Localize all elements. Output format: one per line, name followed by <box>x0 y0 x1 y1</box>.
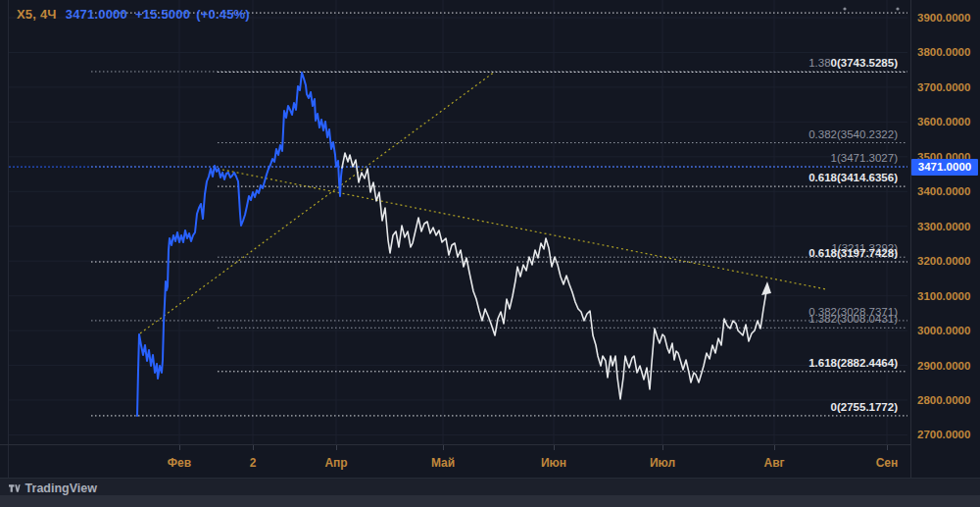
time-axis-tick <box>443 445 444 450</box>
time-axis-label: Июл <box>650 456 675 470</box>
time-axis-tick <box>554 445 555 450</box>
price-axis-label: 3200.0000 <box>917 255 970 267</box>
left-pane-border <box>8 0 9 478</box>
time-axis-label: Июн <box>541 456 566 470</box>
time-axis-label: Авг <box>763 456 784 470</box>
price-axis-label: 3400.0000 <box>917 185 970 197</box>
tradingview-logo-text: TradingView <box>25 482 97 495</box>
price-axis-label: 3700.0000 <box>917 81 970 93</box>
chart-canvas[interactable] <box>0 0 910 444</box>
drawing-anchor-dot[interactable] <box>896 7 899 10</box>
last-price-value: 3471.0000 <box>66 7 127 22</box>
time-axis-label: 2 <box>250 456 257 470</box>
time-axis-tick <box>253 445 254 450</box>
price-axis-label: 2700.0000 <box>917 429 970 440</box>
price-axis-label: 3100.0000 <box>917 290 970 302</box>
price-line[interactable] <box>137 73 342 416</box>
trendline[interactable] <box>140 72 495 333</box>
time-axis[interactable]: Фев2АпрМайИюнИюлАвгСен <box>0 445 910 478</box>
chart-pane[interactable]: 1(3471.3027)0.618(3197.7428)0.382(3028.7… <box>0 0 910 444</box>
price-axis-label: 3000.0000 <box>917 325 970 336</box>
time-axis-label: Сен <box>876 456 899 470</box>
time-axis-tick <box>662 445 663 450</box>
tradingview-logo[interactable]: TradingView <box>9 482 97 494</box>
symbol-interval-label[interactable]: X5, 4Ч <box>17 7 57 22</box>
time-axis-label: Май <box>431 456 455 470</box>
time-axis-tick <box>887 445 888 450</box>
time-axis-label: Апр <box>324 456 347 470</box>
price-axis[interactable]: 3471.0000 3900.00003800.00003700.0000360… <box>911 0 980 478</box>
last-price-badge: 3471.0000 <box>911 159 978 176</box>
time-axis-tick <box>179 445 180 450</box>
price-axis-label: 3900.0000 <box>917 12 970 24</box>
window-bottom-strip <box>0 495 980 507</box>
forecast-arrowhead <box>761 281 771 295</box>
price-axis-label: 2800.0000 <box>917 394 970 406</box>
forecast-drawing-line[interactable] <box>342 153 767 399</box>
time-axis-tick <box>774 445 775 450</box>
price-change-value: +15.5000 <box>135 7 190 22</box>
time-axis-tick <box>336 445 337 450</box>
price-axis-label: 3800.0000 <box>917 46 970 58</box>
price-change-percent: (+0.45%) <box>196 7 250 22</box>
bottom-toolbar: TradingView <box>0 478 980 495</box>
price-axis-label: 2900.0000 <box>917 360 970 372</box>
symbol-legend[interactable]: X5, 4Ч3471.0000+15.5000(+0.45%) <box>17 7 250 22</box>
price-axis-label: 3300.0000 <box>917 221 970 232</box>
time-axis-label: Фев <box>168 456 191 470</box>
tradingview-window: 1(3471.3027)0.618(3197.7428)0.382(3028.7… <box>0 0 980 507</box>
price-axis-label: 3600.0000 <box>917 116 970 127</box>
drawing-anchor-dot[interactable] <box>843 7 846 10</box>
tradingview-logo-icon <box>9 482 21 494</box>
